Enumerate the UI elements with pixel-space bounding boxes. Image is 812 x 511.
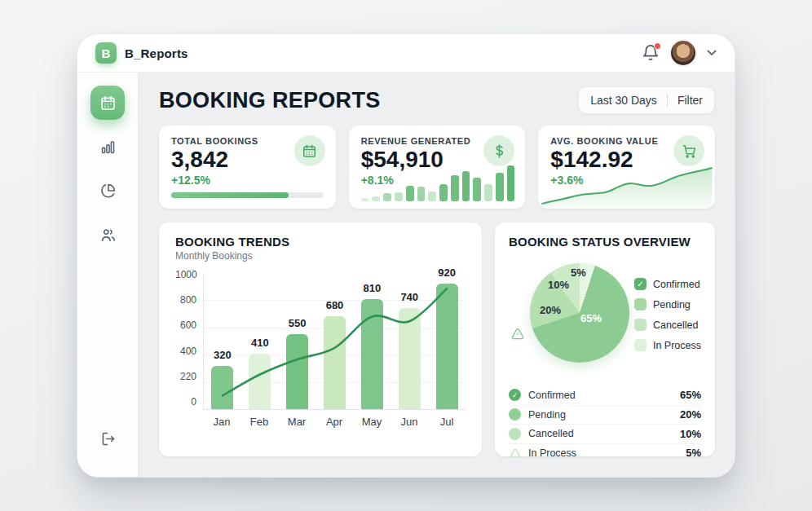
- y-tick-label: 0: [175, 397, 196, 407]
- mini-bar: [484, 184, 492, 201]
- progress-bar: [171, 192, 324, 198]
- filter-button[interactable]: Filter: [677, 94, 703, 107]
- filter-pill: Last 30 Days Filter: [578, 86, 715, 114]
- status-name: In Process: [528, 447, 576, 459]
- legend-item: Cancelled: [634, 319, 701, 331]
- x-tick-label: Mar: [278, 416, 316, 428]
- logout-icon: [99, 430, 117, 447]
- status-row: In Process5%: [509, 443, 701, 463]
- avg-value-sparkline: [538, 163, 715, 209]
- pie-slice-label: 5%: [571, 267, 586, 279]
- plot-area: 320410550680810740920: [203, 273, 466, 410]
- pie-slice-label: 65%: [580, 312, 602, 324]
- swatch-icon: [634, 298, 647, 311]
- legend-item: Pending: [634, 298, 701, 311]
- sidebar-item-reports[interactable]: [90, 174, 125, 208]
- mini-bar: [462, 171, 470, 201]
- pie-legend: ✓ConfirmedPendingCancelledIn Process: [634, 278, 701, 351]
- stat-delta: +12.5%: [171, 174, 324, 187]
- mini-bar: [361, 198, 369, 201]
- bar-chart-icon: [99, 139, 117, 156]
- sidebar-item-analytics[interactable]: [90, 130, 125, 164]
- legend-label: Pending: [653, 299, 691, 311]
- y-tick-label: 600: [175, 320, 196, 330]
- pie-zone: 65% 20% 10% 5% ✓ConfirmedPendingCancelle…: [509, 257, 701, 381]
- sidebar-item-logout[interactable]: [90, 421, 125, 456]
- stat-card-total-bookings: TOTAL BOOKINGS 3,842 +12.5%: [159, 126, 336, 209]
- x-tick-label: Jan: [203, 416, 241, 428]
- x-axis: JanFebMarAprMayJunJul: [203, 416, 466, 428]
- y-tick-label: 220: [175, 372, 196, 381]
- pie-slice-label: 10%: [548, 279, 569, 291]
- revenue-mini-bar-chart: [361, 162, 515, 201]
- notifications-button[interactable]: [642, 44, 660, 62]
- titlebar: B B_Reports: [77, 34, 735, 73]
- app-name: B_Reports: [125, 46, 188, 60]
- y-tick-label: 400: [175, 346, 196, 356]
- stat-card-avg-value: AVG. BOOKING VALUE $142.92 +3.6%: [538, 126, 715, 209]
- main-content: BOOKING REPORTS Last 30 Days Filter TOTA…: [139, 73, 735, 477]
- legend-label: Cancelled: [653, 319, 699, 331]
- mini-bar: [383, 193, 391, 201]
- status-name: Pending: [528, 409, 566, 421]
- app-logo: B: [95, 42, 117, 64]
- x-tick-label: Jul: [428, 416, 466, 428]
- pill-divider: [667, 94, 668, 107]
- page-title: BOOKING REPORTS: [159, 88, 381, 113]
- triangle-icon: [510, 327, 525, 341]
- x-tick-label: Apr: [316, 416, 353, 428]
- check-circle-icon: ✓: [509, 389, 521, 401]
- legend-item: ✓Confirmed: [634, 278, 701, 290]
- triangle-icon: [509, 447, 521, 459]
- circle-icon: [509, 408, 521, 421]
- status-row: Pending20%: [509, 405, 701, 425]
- status-percent: 10%: [680, 428, 701, 440]
- mini-bar: [406, 186, 414, 201]
- progress-fill: [171, 192, 289, 198]
- mini-bar: [428, 192, 436, 201]
- y-tick-label: 800: [175, 295, 196, 305]
- date-range-button[interactable]: Last 30 Days: [590, 94, 657, 107]
- status-list: ✓Confirmed65%Pending20%Cancelled10%In Pr…: [509, 385, 701, 462]
- sidebar-item-bookings[interactable]: [90, 86, 125, 120]
- pie-chart-icon: [99, 183, 117, 200]
- legend-label: In Process: [653, 340, 701, 351]
- mini-bar: [473, 178, 481, 201]
- calendar-icon: [99, 95, 117, 112]
- circle-icon: [509, 428, 521, 440]
- trend-line: [204, 273, 466, 409]
- mini-bar: [507, 165, 515, 201]
- users-icon: [99, 227, 117, 244]
- avatar[interactable]: [671, 41, 695, 65]
- booking-status-card: BOOKING STATUS OVERVIEW 65% 20% 10% 5% ✓…: [495, 222, 715, 456]
- cart-icon: [682, 143, 697, 159]
- mini-bar: [439, 184, 448, 201]
- chart-title: BOOKING TRENDS: [175, 235, 466, 249]
- legend-item: In Process: [634, 339, 701, 351]
- legend-label: Confirmed: [653, 279, 700, 290]
- mini-bar: [417, 187, 426, 201]
- status-percent: 20%: [680, 408, 701, 421]
- swatch-icon: [634, 319, 647, 331]
- mini-bar: [372, 196, 380, 201]
- swatch-icon: [634, 339, 647, 351]
- sidebar: [77, 73, 139, 477]
- check-swatch-icon: ✓: [634, 278, 647, 290]
- app-window: B B_Reports: [77, 34, 735, 477]
- sidebar-item-customers[interactable]: [90, 218, 125, 252]
- x-tick-label: Feb: [241, 416, 278, 428]
- y-tick-label: 1000: [175, 270, 196, 280]
- booking-trends-card: BOOKING TRENDS Monthly Bookings 10008006…: [159, 222, 482, 456]
- notification-badge: [654, 42, 661, 50]
- pie-slice-label: 20%: [540, 304, 561, 316]
- chevron-down-icon[interactable]: [707, 50, 717, 56]
- x-tick-label: May: [353, 416, 391, 428]
- dollar-icon: [492, 143, 507, 159]
- status-row: ✓Confirmed65%: [509, 385, 701, 405]
- x-tick-label: Jun: [391, 416, 428, 428]
- status-name: Cancelled: [528, 428, 574, 439]
- chart-title: BOOKING STATUS OVERVIEW: [509, 235, 701, 249]
- mini-bar: [496, 173, 504, 201]
- stats-row: TOTAL BOOKINGS 3,842 +12.5% REVENUE GE: [159, 126, 715, 209]
- calendar-icon: [302, 143, 317, 159]
